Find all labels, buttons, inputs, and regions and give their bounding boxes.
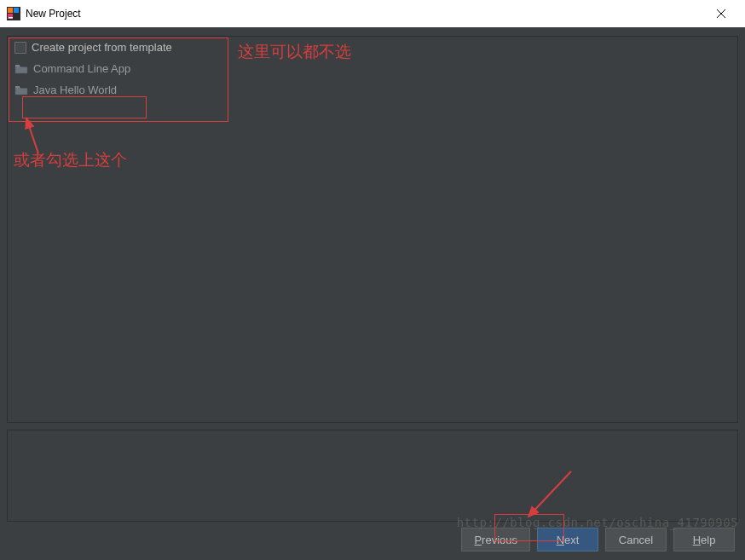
titlebar: New Project	[0, 0, 745, 27]
close-button[interactable]	[704, 2, 738, 26]
svg-rect-7	[15, 65, 20, 66]
folder-icon	[14, 84, 28, 96]
template-panel: Create project from template Command Lin…	[7, 36, 738, 423]
window-title: New Project	[26, 8, 81, 20]
template-item-command-line-app[interactable]: Command Line App	[8, 58, 737, 79]
template-label: Command Line App	[33, 62, 130, 75]
svg-rect-1	[8, 8, 13, 13]
next-button[interactable]: Next	[537, 528, 598, 551]
svg-rect-4	[9, 17, 13, 19]
app-icon	[7, 7, 20, 20]
template-label: Java Hello World	[33, 84, 117, 96]
description-panel	[7, 430, 738, 522]
dialog-body: Create project from template Command Lin…	[0, 27, 745, 560]
help-button[interactable]: Help	[673, 528, 735, 551]
svg-rect-8	[15, 86, 20, 88]
titlebar-left: New Project	[7, 7, 81, 20]
previous-button[interactable]: Previous	[461, 528, 530, 551]
svg-rect-2	[14, 8, 19, 13]
create-from-template-row[interactable]: Create project from template	[8, 37, 737, 56]
create-from-template-checkbox[interactable]	[14, 42, 26, 54]
template-item-java-hello-world[interactable]: Java Hello World	[8, 79, 737, 101]
cancel-button[interactable]: Cancel	[605, 528, 667, 551]
folder-icon	[14, 63, 28, 75]
create-from-template-label: Create project from template	[32, 41, 172, 54]
template-list: Command Line App Java Hello World	[8, 58, 737, 101]
button-bar: Previous Next Cancel Help	[461, 528, 735, 551]
